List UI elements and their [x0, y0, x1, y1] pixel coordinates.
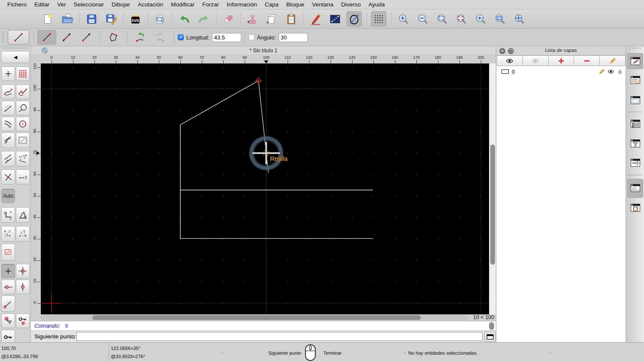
snap-auto-button[interactable]: Auto [1, 189, 15, 203]
snap-on-entity-button[interactable] [1, 280, 15, 294]
edit-attributes-button[interactable] [308, 11, 323, 27]
horizontal-scrollbar-track[interactable] [41, 315, 468, 320]
angle-checkbox[interactable] [249, 34, 255, 40]
zoom-previous-button[interactable] [473, 11, 488, 27]
length-checkbox[interactable] [178, 34, 184, 40]
snap-intersection-button[interactable] [1, 314, 15, 328]
svg-export-button[interactable]: SVG [128, 11, 143, 27]
snap-center-button[interactable] [16, 280, 30, 294]
tool-polyline-points-button[interactable] [16, 84, 30, 99]
menu-fichero[interactable]: Fichero [3, 1, 30, 8]
horizontal-scrollbar[interactable]: 10 < 100 [31, 314, 496, 321]
back-button[interactable]: ◀ [1, 51, 30, 63]
show-all-layers-button[interactable] [497, 55, 523, 66]
relative-points-a-button[interactable]: 12 [1, 226, 15, 241]
panel-layer-list-toggle[interactable] [627, 53, 643, 69]
snap-free-button[interactable] [1, 244, 15, 261]
tool-points-grid-button[interactable] [16, 66, 30, 81]
zoom-window-button[interactable] [492, 11, 507, 27]
layer-edit-icon[interactable] [598, 68, 605, 75]
remove-layer-button[interactable] [574, 55, 600, 66]
hide-all-layers-button[interactable] [523, 55, 549, 66]
panel-library-toggle[interactable] [627, 92, 643, 108]
menu-informacion[interactable]: Información [223, 1, 261, 8]
angle-input[interactable] [279, 33, 308, 42]
copy-button[interactable] [264, 11, 279, 27]
menu-forzar[interactable]: Forzar [198, 1, 223, 8]
zoom-out-button[interactable] [415, 11, 430, 27]
menu-acotacion[interactable]: Acotación [134, 1, 167, 8]
menu-capa[interactable]: Capa [261, 1, 283, 8]
save-as-button[interactable] [103, 11, 118, 27]
edit-layer-button[interactable] [600, 55, 626, 66]
panel-block-list-toggle[interactable] [627, 72, 643, 88]
tool-arc-tangent-button[interactable] [1, 133, 15, 148]
save-button[interactable] [84, 11, 99, 27]
layer-row[interactable]: 0 [497, 67, 626, 76]
snap-endpoint-button[interactable] [16, 264, 30, 278]
zoom-redraw-button[interactable] [453, 11, 469, 27]
tool-line-ray-button[interactable] [77, 30, 96, 45]
panel-command-toggle[interactable] [627, 179, 643, 198]
tool-spline-button[interactable] [1, 84, 15, 99]
tool-selection-window-button[interactable] [16, 133, 30, 148]
menu-seleccionar[interactable]: Seleccionar [70, 1, 108, 8]
layer-visibility-icon[interactable] [608, 68, 614, 75]
command-input[interactable] [76, 332, 483, 341]
line-attributes-button[interactable] [327, 11, 343, 27]
tool-bisector-button[interactable]: 12 [16, 151, 30, 166]
current-action-button[interactable] [346, 11, 362, 27]
delete-button[interactable] [220, 11, 236, 27]
drawing-canvas[interactable]: Rejilla [41, 63, 489, 314]
layer-lock-icon[interactable] [617, 68, 623, 75]
grid-toggle-button[interactable] [371, 11, 386, 27]
tool-line-category-button[interactable] [8, 30, 29, 45]
menu-ayuda[interactable]: Ayuda [365, 1, 389, 8]
panel-entity-list-toggle[interactable] [627, 116, 643, 132]
tool-tangent-line-button[interactable] [1, 101, 15, 115]
undo-button[interactable] [176, 11, 192, 27]
tool-redo-segment-button[interactable] [151, 30, 170, 45]
lock-relative-zero-button[interactable] [16, 314, 30, 328]
menu-ventana[interactable]: Ventana [308, 1, 337, 8]
panel-light-toggle[interactable] [627, 155, 643, 171]
add-layer-button[interactable] [549, 55, 574, 66]
horizontal-scrollbar-thumb[interactable] [92, 315, 421, 320]
panel-filter-toggle[interactable] [627, 136, 643, 151]
menu-bloque[interactable]: Bloque [283, 1, 308, 8]
tool-polyline-button[interactable] [104, 30, 123, 45]
menu-modificar[interactable]: Modificar [167, 1, 198, 8]
menu-ver[interactable]: Ver [53, 1, 70, 8]
coordinate-polar-button[interactable]: ra [16, 207, 30, 223]
toolbar-drag-handle[interactable] [3, 48, 27, 49]
cut-button[interactable] [245, 11, 260, 27]
menu-diverso[interactable]: Diverso [337, 1, 365, 8]
zoom-pan-button[interactable] [511, 11, 527, 27]
print-preview-button[interactable] [152, 11, 167, 27]
tool-intersection-button[interactable] [1, 169, 15, 184]
toolbar-drag-handle[interactable] [3, 32, 5, 43]
tool-intersection-manual-button[interactable]: ! [16, 169, 30, 184]
tool-line-2points-button[interactable] [37, 30, 56, 45]
tool-parallel-lines-button[interactable] [1, 151, 15, 166]
tool-line-bidirectional-button[interactable] [57, 30, 76, 45]
zoom-auto-button[interactable] [434, 11, 450, 27]
menu-editar[interactable]: Editar [30, 1, 53, 8]
tool-undo-segment-button[interactable] [131, 30, 150, 45]
open-file-button[interactable] [59, 11, 75, 27]
snap-grid-button[interactable] [1, 264, 15, 278]
command-history-scrollbar[interactable] [489, 322, 494, 330]
menu-dibujar[interactable]: Dibujar [108, 1, 134, 8]
vertical-scrollbar-thumb[interactable] [490, 145, 495, 265]
paste-button[interactable] [283, 11, 299, 27]
tool-concentric-arcs-button[interactable] [1, 117, 15, 131]
relative-points-b-button[interactable]: 12 [16, 226, 30, 241]
command-window-toggle-button[interactable] [484, 332, 495, 342]
panel-clipboard-toggle[interactable] [627, 200, 643, 216]
zoom-in-button[interactable] [395, 11, 411, 27]
new-file-button[interactable] [40, 11, 55, 27]
tool-point-button[interactable] [1, 66, 15, 81]
length-input[interactable] [212, 33, 241, 42]
command-history-line[interactable]: Comando: li [31, 321, 496, 330]
dock-drag-handle[interactable] [629, 48, 641, 49]
